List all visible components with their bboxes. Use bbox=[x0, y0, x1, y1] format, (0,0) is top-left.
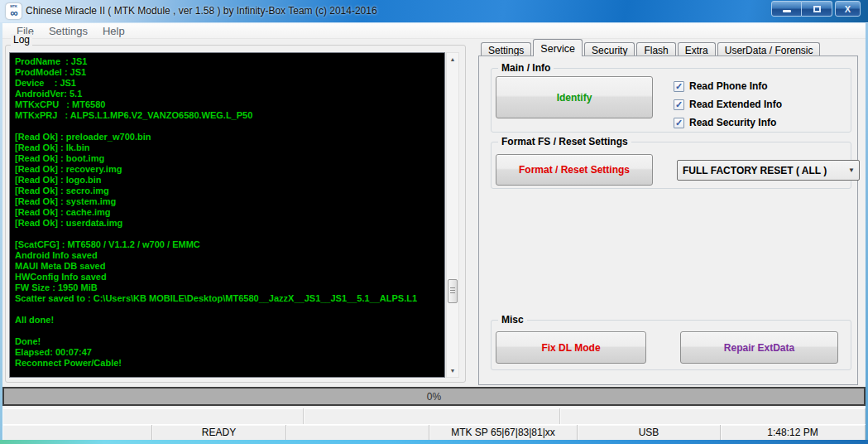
misc-group-label: Misc bbox=[498, 314, 527, 326]
factory-reset-dropdown[interactable]: FULL FACTORY RESET ( ALL ) ▼ bbox=[677, 160, 860, 181]
infinity-icon: ∞ bbox=[10, 8, 17, 17]
log-line: ProdModel : JS1 bbox=[15, 67, 439, 78]
log-line: [Read Ok] : userdata.img bbox=[15, 218, 439, 229]
tab-flash[interactable]: Flash bbox=[636, 42, 675, 56]
log-line: ProdName : JS1 bbox=[15, 56, 439, 67]
minimize-icon bbox=[783, 10, 791, 12]
log-scrollbar[interactable]: ▲ ▼ bbox=[446, 52, 459, 378]
status-segment bbox=[286, 425, 429, 440]
middle-strip bbox=[2, 408, 866, 424]
tab-userdata-forensic[interactable]: UserData / Forensic bbox=[717, 42, 821, 56]
format-fs-group-label: Format FS / Reset Settings bbox=[498, 136, 631, 147]
tab-strip: SettingsServiceSecurityFlashExtraUserDat… bbox=[481, 40, 822, 56]
log-line: [Read Ok] : cache.img bbox=[15, 207, 439, 218]
main-info-group: Main / Info Identify ✓Read Phone Info✓Re… bbox=[491, 68, 851, 133]
strip-segment bbox=[560, 408, 866, 424]
progress-percent-label: 0% bbox=[427, 391, 441, 403]
log-line: [Read Ok] : recovery.img bbox=[15, 164, 439, 175]
checkbox-label: Read Phone Info bbox=[689, 80, 768, 92]
format-fs-group: Format FS / Reset Settings Format / Rese… bbox=[491, 142, 851, 189]
log-line: Reconnect Power/Cable! bbox=[15, 358, 439, 369]
log-line: [ScatCFG] : MT6580 / V1.1.2 / w700 / EMM… bbox=[15, 239, 439, 250]
log-line: MTKxCPU : MT6580 bbox=[15, 99, 439, 110]
minimize-button[interactable] bbox=[771, 1, 802, 17]
log-line: [Read Ok] : secro.img bbox=[15, 186, 439, 196]
scroll-down-icon[interactable]: ▼ bbox=[447, 364, 458, 377]
log-line: [Read Ok] : preloader_w700.bin bbox=[15, 132, 439, 142]
log-line: [Read Ok] : lk.bin bbox=[15, 142, 439, 153]
status-segment-usb: USB bbox=[578, 425, 721, 440]
log-line: Done! bbox=[15, 336, 439, 347]
progress-bar: 0% bbox=[2, 387, 866, 406]
tab-settings[interactable]: Settings bbox=[481, 42, 531, 56]
checkbox-read-phone-info[interactable]: ✓Read Phone Info bbox=[674, 77, 782, 95]
status-segment bbox=[2, 425, 152, 440]
chevron-down-icon: ▼ bbox=[844, 166, 859, 174]
log-line bbox=[15, 326, 439, 336]
infinity-box-app-icon: MTK ∞ bbox=[6, 3, 22, 19]
tab-service[interactable]: Service bbox=[533, 39, 583, 56]
main-info-group-label: Main / Info bbox=[498, 62, 554, 74]
fix-dl-mode-button[interactable]: Fix DL Mode bbox=[496, 331, 646, 364]
strip-segment bbox=[304, 408, 560, 424]
tab-extra[interactable]: Extra bbox=[678, 42, 716, 56]
menu-item-settings[interactable]: Settings bbox=[41, 25, 95, 37]
maximize-icon bbox=[813, 6, 821, 12]
log-line bbox=[15, 304, 439, 315]
log-line: AndroidVer: 5.1 bbox=[15, 89, 439, 99]
misc-group: Misc Fix DL Mode Repair ExtData bbox=[491, 320, 851, 370]
status-bar: READYMTK SP 65|67|83|81|xxUSB1:48:12 PM bbox=[2, 424, 866, 440]
service-tab-panel: Main / Info Identify ✓Read Phone Info✓Re… bbox=[478, 56, 858, 385]
log-line: Scatter saved to : C:\Users\KB MOBILE\De… bbox=[15, 293, 439, 304]
menu-item-help[interactable]: Help bbox=[95, 25, 132, 37]
log-line: Elapsed: 00:07:47 bbox=[15, 347, 439, 358]
checkbox-checked-icon: ✓ bbox=[674, 118, 684, 128]
checkbox-label: Read Security Info bbox=[689, 117, 776, 128]
log-line: [Read Ok] : system.img bbox=[15, 196, 439, 207]
window-controls: X bbox=[771, 1, 861, 17]
checkbox-read-security-info[interactable]: ✓Read Security Info bbox=[674, 113, 782, 132]
menubar: FileSettingsHelp bbox=[2, 23, 866, 39]
checkbox-checked-icon: ✓ bbox=[674, 81, 684, 92]
log-line: [Read Ok] : logo.bin bbox=[15, 175, 439, 186]
log-line: [Read Ok] : boot.img bbox=[15, 153, 439, 164]
checkbox-label: Read Extended Info bbox=[689, 99, 782, 110]
log-line: Device : JS1 bbox=[15, 78, 439, 89]
log-line: MTKxPRJ : ALPS.L1.MP6.V2_VANZO6580.WEG.L… bbox=[15, 110, 439, 121]
log-area: ProdName : JS1ProdModel : JS1Device : JS… bbox=[9, 52, 445, 378]
tab-security[interactable]: Security bbox=[584, 42, 635, 56]
status-segment-mtk-sp-65-67-83-81-xx: MTK SP 65|67|83|81|xx bbox=[429, 425, 578, 440]
status-segment-ready: READY bbox=[152, 425, 286, 440]
log-line bbox=[15, 121, 439, 132]
format-reset-settings-button[interactable]: Format / Reset Settings bbox=[496, 154, 653, 186]
status-segment-1-48-12-pm: 1:48:12 PM bbox=[721, 425, 866, 440]
app-window: MTK ∞ Chinese Miracle II ( MTK Module , … bbox=[0, 0, 868, 444]
read-info-checkbox-group: ✓Read Phone Info✓Read Extended Info✓Read… bbox=[674, 77, 782, 132]
window-border-bottom bbox=[0, 440, 868, 444]
window-border-left bbox=[0, 23, 2, 440]
identify-button[interactable]: Identify bbox=[496, 76, 653, 118]
strip-segment bbox=[2, 408, 304, 424]
log-line bbox=[15, 229, 439, 239]
factory-reset-dropdown-value: FULL FACTORY RESET ( ALL ) bbox=[678, 165, 844, 176]
titlebar: MTK ∞ Chinese Miracle II ( MTK Module , … bbox=[0, 0, 868, 23]
log-line: MAUI Meta DB saved bbox=[15, 261, 439, 272]
scroll-up-icon[interactable]: ▲ bbox=[447, 53, 458, 65]
log-line: All done! bbox=[15, 315, 439, 326]
maximize-button[interactable] bbox=[802, 1, 832, 17]
log-group-label: Log bbox=[11, 34, 32, 46]
log-line: HWConfig Info saved bbox=[15, 272, 439, 282]
window-title: Chinese Miracle II ( MTK Module , ver 1.… bbox=[26, 5, 377, 17]
scrollbar-thumb[interactable] bbox=[448, 279, 458, 303]
checkbox-checked-icon: ✓ bbox=[674, 99, 684, 110]
checkbox-read-extended-info[interactable]: ✓Read Extended Info bbox=[674, 95, 782, 113]
close-icon: X bbox=[845, 4, 851, 14]
close-button[interactable]: X bbox=[835, 1, 861, 17]
log-line: Android Info saved bbox=[15, 250, 439, 261]
log-line: FW Size : 1950 MiB bbox=[15, 282, 439, 293]
repair-extdata-button[interactable]: Repair ExtData bbox=[680, 331, 838, 364]
